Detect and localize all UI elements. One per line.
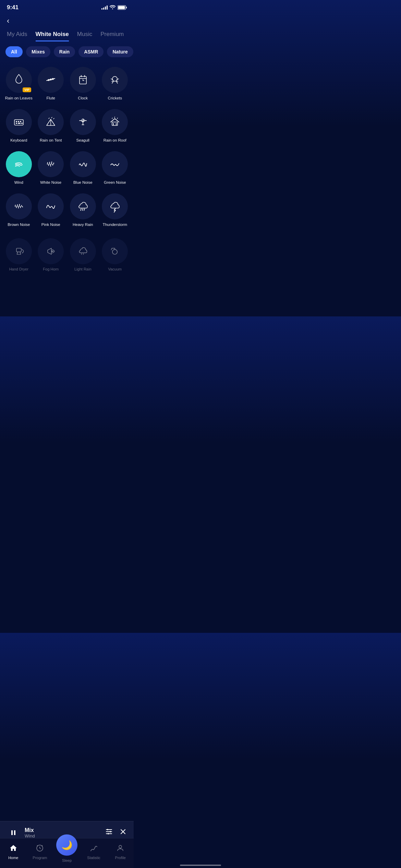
svg-line-55	[81, 253, 82, 255]
sound-pink-noise[interactable]: Pink Noise	[35, 190, 67, 232]
svg-line-51	[81, 209, 81, 210]
sound-crickets[interactable]: Crickets	[99, 63, 131, 106]
partial-light-rain[interactable]: Light Rain	[67, 235, 99, 274]
svg-rect-30	[112, 122, 118, 125]
tab-navigation: My Aids White Noise Music Premium	[0, 25, 134, 41]
svg-line-33	[112, 118, 112, 119]
svg-line-49	[21, 205, 22, 206]
svg-rect-18	[14, 120, 23, 125]
svg-line-42	[53, 163, 54, 164]
svg-line-53	[84, 209, 85, 210]
svg-rect-1	[118, 6, 125, 9]
svg-line-44	[16, 206, 16, 208]
back-button[interactable]: ‹	[0, 14, 134, 25]
svg-rect-20	[18, 121, 19, 122]
sound-keyboard[interactable]: Keyboard	[3, 106, 35, 148]
svg-line-26	[49, 118, 49, 119]
svg-line-34	[114, 117, 115, 118]
sound-grid: Rain on Leaves Flute Clock	[0, 62, 134, 233]
partial-fog-horn[interactable]: Fog Horn	[35, 235, 67, 274]
partial-sound-row: Hand Dryer Fog Horn Light Rain	[0, 233, 134, 275]
svg-line-39	[50, 164, 51, 166]
svg-line-38	[49, 162, 50, 164]
svg-line-13	[116, 81, 118, 83]
tab-my-aids[interactable]: My Aids	[7, 31, 27, 41]
status-time: 9:41	[7, 4, 19, 11]
svg-line-43	[15, 205, 15, 206]
svg-rect-22	[16, 123, 17, 124]
tab-white-noise[interactable]: White Noise	[36, 31, 69, 41]
svg-rect-23	[18, 123, 21, 124]
wifi-icon	[110, 5, 116, 10]
sound-wind[interactable]: Wind	[3, 148, 35, 190]
sound-rain-leaves[interactable]: Rain on Leaves	[3, 63, 35, 106]
sound-brown-noise[interactable]: Brown Noise	[3, 190, 35, 232]
svg-line-56	[83, 253, 84, 255]
sound-green-noise[interactable]: Green Noise	[99, 148, 131, 190]
svg-line-47	[19, 204, 20, 206]
filter-row: All Mixes Rain ASMR Nature Anim	[0, 41, 134, 62]
partial-vacuum[interactable]: Vacuum	[99, 235, 131, 274]
svg-line-40	[51, 162, 52, 164]
sound-flute[interactable]: Flute	[35, 63, 67, 106]
status-bar: 9:41	[0, 0, 134, 14]
svg-line-41	[52, 164, 53, 165]
sound-blue-noise[interactable]: Blue Noise	[67, 148, 99, 190]
filter-asmr[interactable]: ASMR	[78, 46, 104, 57]
battery-icon	[118, 5, 127, 10]
sound-thunderstorm[interactable]: Thunderstorm	[99, 190, 131, 232]
sound-rain-tent[interactable]: Rain on Tent	[35, 106, 67, 148]
svg-line-45	[17, 205, 17, 206]
svg-line-37	[48, 164, 49, 166]
svg-line-52	[82, 209, 83, 210]
svg-line-36	[47, 162, 48, 164]
sound-rain-roof[interactable]: Rain on Roof	[99, 106, 131, 148]
svg-line-12	[112, 81, 113, 83]
status-icons	[101, 5, 127, 10]
svg-point-57	[112, 249, 117, 254]
sound-heavy-rain[interactable]: Heavy Rain	[67, 190, 99, 232]
svg-line-27	[51, 117, 52, 118]
svg-rect-21	[20, 121, 21, 122]
sound-seagull[interactable]: Seagull	[67, 106, 99, 148]
signal-icon	[101, 5, 108, 10]
svg-line-50	[22, 206, 23, 207]
partial-hand-dryer[interactable]: Hand Dryer	[3, 235, 35, 274]
sound-clock[interactable]: Clock	[67, 63, 99, 106]
filter-mixes[interactable]: Mixes	[26, 46, 50, 57]
svg-rect-54	[16, 248, 21, 252]
svg-line-46	[18, 206, 19, 208]
filter-rain[interactable]: Rain	[54, 46, 75, 57]
filter-nature[interactable]: Nature	[107, 46, 133, 57]
svg-line-35	[117, 118, 118, 119]
sound-white-noise[interactable]: White Noise	[35, 148, 67, 190]
svg-rect-24	[21, 123, 23, 124]
tab-music[interactable]: Music	[77, 31, 92, 41]
filter-all[interactable]: All	[5, 46, 23, 57]
tab-premium[interactable]: Premium	[100, 31, 124, 41]
svg-rect-19	[16, 121, 17, 122]
svg-line-28	[53, 118, 54, 119]
svg-line-48	[20, 206, 21, 208]
